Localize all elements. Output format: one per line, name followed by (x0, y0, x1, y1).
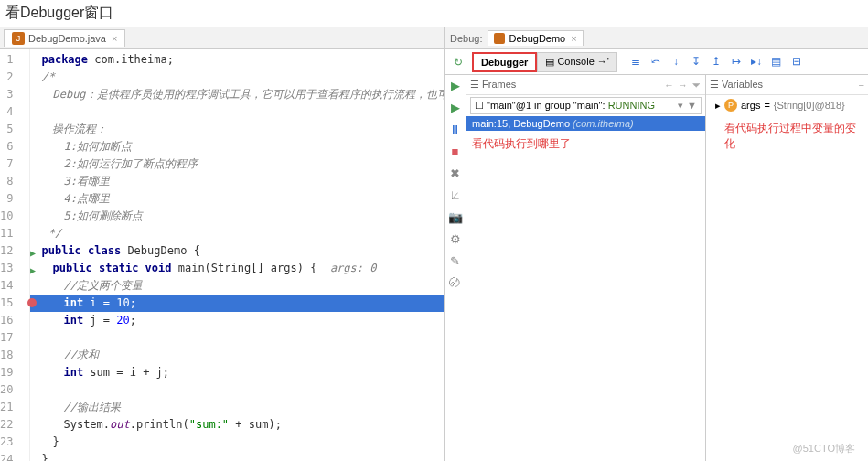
variables-panel: ☰ Variables − ▸ P args = {String[0]@818}… (706, 75, 868, 461)
frames-panel: ☰ Frames ←→⏷ ☐ "main"@1 in group "main":… (466, 75, 706, 461)
code-line[interactable]: 操作流程： (30, 121, 444, 138)
java-run-icon (494, 33, 505, 44)
page-title: 看Debugger窗口 (0, 0, 868, 27)
run-gutter-icon[interactable]: ▶ (30, 262, 36, 279)
app-window: J DebugDemo.java × 1234567891011▶12▶1314… (0, 27, 868, 461)
funnel-icon[interactable]: ▼ (687, 100, 697, 112)
step-icon[interactable]: ↧ (689, 55, 703, 70)
debug-toolbar: ↻ Debugger ▤ Console →' ≣⤺↓↧↥↦▸↓▤⊟ (445, 49, 868, 75)
step-buttons: ≣⤺↓↧↥↦▸↓▤⊟ (628, 55, 804, 70)
close-icon[interactable]: × (571, 33, 576, 44)
run-gutter-icon[interactable]: ▶ (30, 244, 36, 262)
code-line[interactable]: int i = 10; (30, 295, 444, 312)
code-line[interactable]: //输出结果 (30, 399, 444, 416)
editor-pane: J DebugDemo.java × 1234567891011▶12▶1314… (0, 27, 445, 461)
debug-action-icon[interactable]: ▶ (448, 79, 463, 93)
close-icon[interactable]: × (112, 33, 117, 44)
code-line[interactable]: System.out.println("sum:" + sum); (30, 416, 444, 434)
code-line[interactable]: 5:如何删除断点 (30, 208, 444, 225)
breakpoint-icon[interactable] (27, 298, 37, 307)
step-icon[interactable]: ↦ (729, 55, 744, 70)
chevron-down-icon[interactable]: ▾ (678, 100, 683, 112)
code-line[interactable]: } (30, 434, 444, 451)
debug-action-icon[interactable]: ⏸ (448, 123, 463, 137)
param-icon: P (724, 99, 737, 112)
filter-icon[interactable]: ⏷ (691, 80, 702, 91)
annotation-frames: 看代码执行到哪里了 (466, 131, 705, 157)
code-line[interactable]: /* (30, 69, 444, 86)
debug-action-icon[interactable]: 〄 (448, 276, 463, 291)
code-body[interactable]: package com.itheima;/*Debug：是供程序员使用的程序调试… (30, 49, 444, 461)
step-icon[interactable]: ▤ (769, 55, 784, 70)
code-area[interactable]: 1234567891011▶12▶13141516171819202122232… (0, 49, 444, 461)
step-icon[interactable]: ⤺ (648, 55, 663, 70)
debug-action-icon[interactable]: ✖ (448, 166, 463, 181)
code-line[interactable]: Debug：是供程序员使用的程序调试工具，它可以用于查看程序的执行流程，也可以用… (30, 86, 444, 103)
code-line[interactable]: int j = 20; (30, 312, 444, 329)
stack-frame[interactable]: main:15, DebugDemo (com.itheima) (466, 116, 705, 131)
code-line[interactable]: int sum = i + j; (30, 364, 444, 381)
code-line[interactable]: } (30, 451, 444, 461)
debug-left-toolbar: ▶▶⏸■✖⟀📷⚙✎〄 (445, 75, 466, 461)
editor-tabbar: J DebugDemo.java × (0, 27, 444, 49)
debug-config-tab[interactable]: DebugDemo × (488, 30, 583, 46)
variables-header: ☰ Variables − (706, 75, 868, 95)
code-line[interactable]: 4:点哪里 (30, 190, 444, 208)
editor-tab-label: DebugDemo.java (28, 33, 106, 44)
annotation-vars: 看代码执行过程中变量的变化 (706, 115, 868, 157)
minus-icon[interactable]: − (859, 80, 864, 91)
step-icon[interactable]: ⊟ (789, 55, 804, 70)
editor-tab[interactable]: J DebugDemo.java × (4, 29, 125, 47)
debug-action-icon[interactable]: ▶ (448, 101, 463, 115)
debug-config-label: DebugDemo (509, 33, 565, 44)
code-line[interactable]: */ (30, 225, 444, 242)
code-line[interactable]: public static void main(String[] args) {… (30, 260, 444, 277)
step-icon[interactable]: ↥ (709, 55, 723, 70)
thread-selector[interactable]: ☐ "main"@1 in group "main": RUNNING ▾▼ (470, 97, 702, 114)
variable-row[interactable]: ▸ P args = {String[0]@818} (706, 95, 868, 115)
watermark: @51CTO博客 (793, 442, 855, 456)
debug-action-icon[interactable]: ⚙ (448, 232, 463, 247)
tab-debugger[interactable]: Debugger (472, 52, 537, 72)
debug-pane: Debug: DebugDemo × ↻ Debugger ▤ Console … (445, 27, 868, 461)
step-icon[interactable]: ≣ (628, 55, 643, 70)
code-line[interactable]: 1:如何加断点 (30, 138, 444, 155)
rerun-icon[interactable]: ↻ (448, 56, 468, 69)
code-line[interactable]: 3:看哪里 (30, 173, 444, 190)
step-icon[interactable]: ↓ (669, 55, 683, 70)
thread-label: ☐ "main"@1 in group "main": RUNNING (475, 100, 655, 112)
arrow-left-icon[interactable]: ← (664, 80, 674, 91)
debug-action-icon[interactable]: ⟀ (448, 188, 463, 203)
code-line[interactable] (30, 329, 444, 347)
code-line[interactable]: package com.itheima; (30, 51, 444, 69)
console-icon: ▤ (545, 56, 557, 67)
debug-header: Debug: DebugDemo × (445, 27, 868, 49)
gutter[interactable]: 1234567891011▶12▶13141516171819202122232… (0, 49, 30, 461)
code-line[interactable] (30, 381, 444, 399)
code-line[interactable]: //定义两个变量 (30, 277, 444, 295)
debug-label: Debug: (445, 33, 488, 44)
code-line[interactable]: public class DebugDemo { (30, 242, 444, 260)
tab-console[interactable]: ▤ Console →' (537, 52, 617, 72)
code-line[interactable]: 2:如何运行加了断点的程序 (30, 155, 444, 173)
java-file-icon: J (12, 32, 25, 45)
arrow-right-icon[interactable]: → (678, 80, 688, 91)
debug-action-icon[interactable]: ■ (448, 145, 463, 159)
debug-action-icon[interactable]: ✎ (448, 254, 463, 269)
step-icon[interactable]: ▸↓ (749, 55, 764, 70)
debug-action-icon[interactable]: 📷 (448, 210, 463, 225)
frames-header: ☰ Frames ←→⏷ (466, 75, 705, 95)
debug-body: ▶▶⏸■✖⟀📷⚙✎〄 ☰ Frames ←→⏷ ☐ "main"@1 in gr… (445, 75, 868, 461)
variable-value: {String[0]@818} (774, 100, 845, 111)
code-line[interactable]: //求和 (30, 347, 444, 364)
variable-name: args (741, 100, 760, 111)
debug-tab-group: Debugger ▤ Console →' (472, 52, 617, 72)
code-line[interactable] (30, 103, 444, 121)
